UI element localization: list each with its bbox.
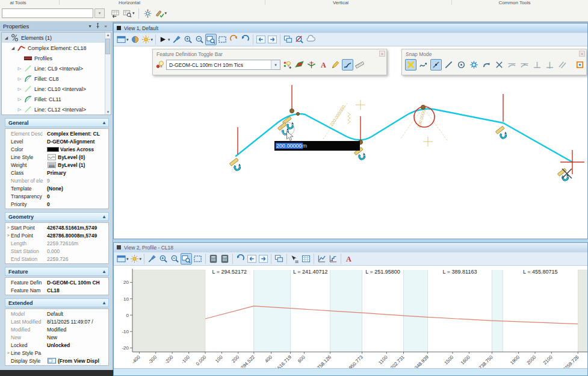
- zoom-win-button[interactable]: [205, 34, 217, 45]
- chevron-down-icon[interactable]: ▾: [126, 37, 129, 42]
- zoom-win-button[interactable]: [181, 253, 192, 265]
- tree-expander-icon[interactable]: ▷: [16, 77, 23, 81]
- view-menu-icon[interactable]: [117, 245, 121, 249]
- brush-check-button[interactable]: ▾: [155, 8, 168, 19]
- cursor-grid-button[interactable]: [289, 253, 300, 265]
- collapse-icon[interactable]: ▴: [103, 269, 105, 274]
- close-icon[interactable]: ×: [379, 51, 385, 57]
- snap-multi-button[interactable]: [574, 59, 586, 70]
- pin-button[interactable]: [146, 253, 158, 265]
- collapse-icon[interactable]: ▴: [103, 300, 105, 306]
- snap-int-button[interactable]: [494, 59, 505, 70]
- chevron-down-icon[interactable]: ▾: [271, 60, 280, 69]
- tree-item-line-cl12-interval[interactable]: ▷Line: CL12 <Interval>: [2, 104, 111, 114]
- property-value[interactable]: D-GEOM-Alignment: [47, 139, 108, 145]
- feature-definition-combo[interactable]: D-GEOM-CL 100m CH 10m Tics ▾: [166, 60, 280, 70]
- scroll-up-icon[interactable]: ▲: [107, 33, 110, 37]
- snap-mid-button[interactable]: [443, 59, 454, 70]
- spin-button[interactable]: [235, 253, 246, 265]
- chart2-button[interactable]: [327, 253, 339, 265]
- calc-button[interactable]: [208, 253, 219, 265]
- property-value[interactable]: D-GEOM-CL 100m CH: [47, 280, 108, 286]
- property-value[interactable]: 0.000: [47, 248, 108, 254]
- nav-left-button[interactable]: [255, 34, 267, 45]
- ribbon-search-input[interactable]: [2, 8, 93, 18]
- snap-tanpt-button[interactable]: [519, 59, 530, 70]
- ribbon-search-dropdown[interactable]: ▾: [94, 8, 105, 18]
- cascade-button[interactable]: [282, 34, 294, 45]
- nav-right-button[interactable]: [258, 253, 269, 265]
- property-value[interactable]: 2259.726: [47, 256, 108, 262]
- red-a-button[interactable]: A: [343, 253, 354, 265]
- view1-title-bar[interactable]: View 1, Default: [114, 24, 587, 33]
- snap-par-button[interactable]: [557, 59, 568, 70]
- zoom-x-button[interactable]: [294, 34, 305, 45]
- zoom-out-button[interactable]: [169, 253, 181, 265]
- tree-expander-icon[interactable]: ▷: [16, 107, 23, 112]
- property-value[interactable]: ByLevel (0): [47, 154, 108, 161]
- spin-button[interactable]: [240, 34, 251, 45]
- terrain-button[interactable]: [294, 59, 305, 70]
- nav-right-button[interactable]: [267, 34, 278, 45]
- chevron-down-icon[interactable]: ▾: [132, 11, 135, 16]
- collapse-icon[interactable]: ▴: [103, 214, 105, 219]
- section-header-extended[interactable]: Extended▴: [5, 298, 109, 307]
- row-expander-icon[interactable]: >: [5, 225, 11, 230]
- snap-x-button[interactable]: [405, 59, 416, 70]
- collapse-icon[interactable]: ▴: [103, 120, 105, 125]
- tree-item-line-cl10-interval[interactable]: ▷Line: CL10 <Interval>: [2, 84, 111, 94]
- fit-button[interactable]: [192, 253, 203, 265]
- zoom-out-button[interactable]: [194, 34, 205, 45]
- property-value[interactable]: 426748.51661m,5749: [47, 225, 108, 231]
- dock-menu-icon[interactable]: ▾: [86, 23, 94, 30]
- property-value[interactable]: 0: [47, 201, 108, 207]
- tree-expander-icon[interactable]: ▷: [16, 87, 23, 92]
- chevron-down-icon[interactable]: ▾: [151, 37, 153, 42]
- view-win-button[interactable]: ▾: [116, 253, 129, 265]
- snap-tan-button[interactable]: [506, 59, 518, 70]
- property-value[interactable]: 0: [47, 193, 108, 199]
- property-value[interactable]: 428786.80008m,5749: [47, 233, 108, 239]
- play-button[interactable]: ▾: [158, 34, 171, 45]
- grid-button[interactable]: [300, 253, 312, 265]
- rotate-handle-icon[interactable]: [495, 126, 507, 138]
- section-header-feature[interactable]: Feature▴: [5, 267, 109, 276]
- section-header-geometry[interactable]: Geometry▴: [5, 212, 109, 221]
- chevron-down-icon[interactable]: ▾: [140, 257, 142, 262]
- sun-button[interactable]: ▾: [141, 34, 154, 45]
- table-mag-button[interactable]: ▾: [122, 8, 135, 19]
- nav-left-button[interactable]: [246, 253, 258, 265]
- property-value[interactable]: Complex Element: CL: [47, 131, 108, 137]
- view-win-button[interactable]: ▾: [116, 34, 129, 45]
- tree-expander-icon[interactable]: ▷: [16, 97, 23, 102]
- snap-origin-button[interactable]: [468, 59, 480, 70]
- cascade-button[interactable]: [273, 253, 285, 265]
- chevron-down-icon[interactable]: ▾: [168, 37, 170, 42]
- fit-button[interactable]: [217, 34, 228, 45]
- chevron-down-icon[interactable]: ▾: [126, 257, 129, 262]
- property-value[interactable]: CL18: [47, 287, 108, 293]
- snap-perppt-button[interactable]: [544, 59, 556, 70]
- snap-perp-button[interactable]: [531, 59, 543, 70]
- property-value[interactable]: (None): [47, 186, 108, 192]
- pin-icon[interactable]: [94, 23, 102, 30]
- tree-expander-icon[interactable]: ▷: [16, 66, 23, 71]
- chevron-down-icon[interactable]: ▾: [165, 11, 167, 16]
- chart1-button[interactable]: [316, 253, 327, 265]
- property-value[interactable]: 9: [47, 178, 108, 184]
- snap-center-button[interactable]: [456, 59, 467, 70]
- tree-item-complex-element-cl18[interactable]: ◢Complex Element: CL18: [2, 43, 111, 53]
- property-value[interactable]: 8/11/2025 11:49:07 /: [47, 319, 108, 325]
- rotate-handle-icon[interactable]: [229, 158, 241, 170]
- close-icon[interactable]: ×: [102, 23, 110, 30]
- tree-scrollbar[interactable]: ▲ ▼: [105, 33, 111, 114]
- snap-key-button[interactable]: [430, 59, 442, 70]
- pin-button[interactable]: [171, 34, 182, 45]
- section-header-general[interactable]: General▴: [5, 118, 109, 127]
- row-expander-icon[interactable]: >: [5, 233, 11, 237]
- close-icon[interactable]: ×: [579, 51, 585, 57]
- tree-item-elements-1[interactable]: ◢Elements (1): [2, 33, 111, 43]
- red-a-button[interactable]: A: [318, 59, 329, 70]
- tree-expander-icon[interactable]: ◢: [3, 36, 10, 40]
- vertex-dots[interactable]: [290, 105, 426, 145]
